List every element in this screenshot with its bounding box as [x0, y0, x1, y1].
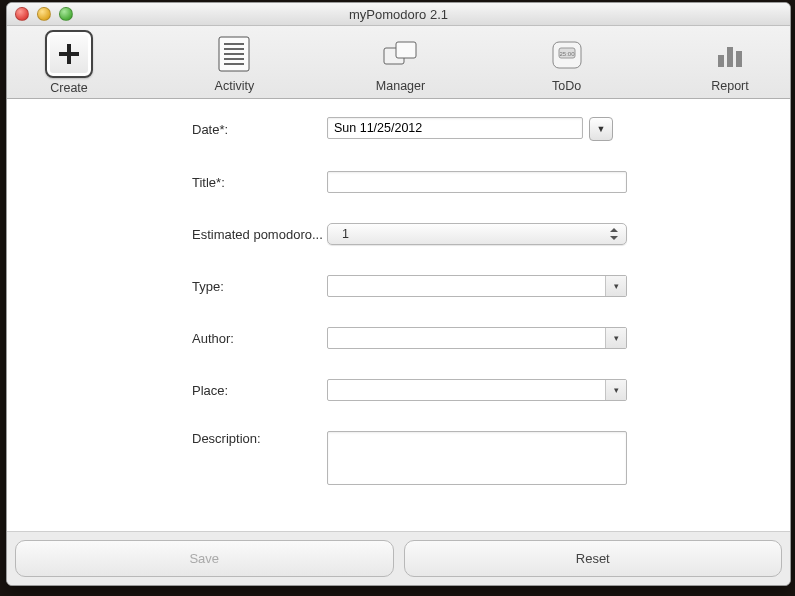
zoom-window-button[interactable]: [59, 7, 73, 21]
svg-rect-9: [396, 42, 416, 58]
date-picker-button[interactable]: ▼: [589, 117, 613, 141]
save-button[interactable]: Save: [15, 540, 394, 577]
toolbar-item-activity[interactable]: Activity: [212, 32, 256, 93]
minimize-window-button[interactable]: [37, 7, 51, 21]
date-field[interactable]: [327, 117, 583, 139]
timer-icon: 25:00: [545, 32, 589, 76]
estimated-pomodoros-value: 1: [342, 227, 349, 241]
toolbar-label-todo: ToDo: [552, 79, 581, 93]
reset-button[interactable]: Reset: [404, 540, 783, 577]
document-lines-icon: [212, 32, 256, 76]
estimated-pomodoros-select[interactable]: 1: [327, 223, 627, 245]
window-title: myPomodoro 2.1: [7, 7, 790, 22]
svg-rect-13: [718, 55, 724, 67]
toolbar-item-todo[interactable]: 25:00 ToDo: [545, 32, 589, 93]
app-window: myPomodoro 2.1 Create Activity: [6, 2, 791, 586]
toolbar-item-report[interactable]: Report: [708, 32, 752, 93]
create-form: Date*: ▼ Title*: Estimated pomodoro... 1: [7, 99, 790, 531]
svg-rect-14: [727, 47, 733, 67]
toolbar: Create Activity: [7, 26, 790, 99]
place-combobox[interactable]: [327, 379, 627, 401]
titlebar: myPomodoro 2.1: [7, 3, 790, 26]
button-bar: Save Reset: [7, 531, 790, 585]
description-label: Description:: [7, 431, 327, 446]
author-label: Author:: [7, 331, 327, 346]
description-field[interactable]: [327, 431, 627, 485]
stacked-panels-icon: [378, 32, 422, 76]
svg-text:25:00: 25:00: [559, 51, 575, 57]
type-combobox[interactable]: [327, 275, 627, 297]
chevron-down-icon: ▼: [597, 124, 606, 134]
author-combobox[interactable]: [327, 327, 627, 349]
window-controls: [15, 7, 73, 21]
toolbar-item-create[interactable]: Create: [45, 30, 93, 95]
type-label: Type:: [7, 279, 327, 294]
toolbar-label-activity: Activity: [215, 79, 255, 93]
svg-rect-1: [59, 52, 79, 56]
title-label: Title*:: [7, 175, 327, 190]
title-field[interactable]: [327, 171, 627, 193]
toolbar-label-manager: Manager: [376, 79, 425, 93]
toolbar-label-report: Report: [711, 79, 749, 93]
close-window-button[interactable]: [15, 7, 29, 21]
plus-icon: [45, 30, 93, 78]
place-label: Place:: [7, 383, 327, 398]
toolbar-label-create: Create: [50, 81, 88, 95]
estimated-label: Estimated pomodoro...: [7, 227, 327, 242]
toolbar-item-manager[interactable]: Manager: [376, 32, 425, 93]
svg-rect-15: [736, 51, 742, 67]
date-label: Date*:: [7, 122, 327, 137]
bar-chart-icon: [708, 32, 752, 76]
